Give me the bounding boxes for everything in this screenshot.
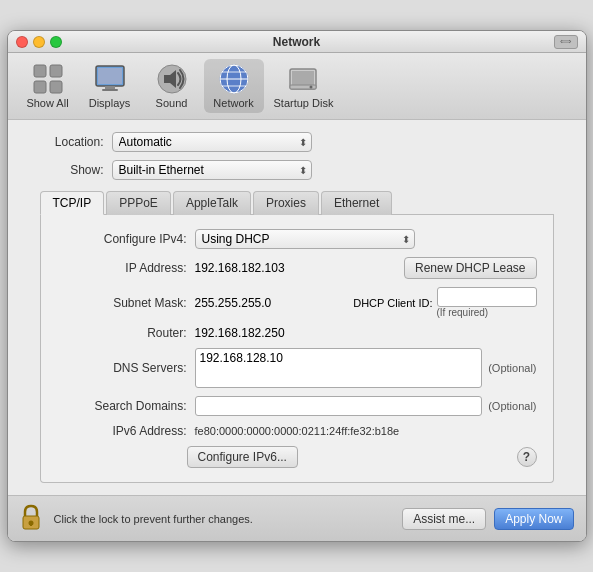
svg-rect-2 xyxy=(34,81,46,93)
dhcp-client-id-group: DHCP Client ID: (If required) xyxy=(353,287,536,318)
displays-label: Displays xyxy=(89,97,131,109)
dns-servers-row: DNS Servers: 192.168.128.10 (Optional) xyxy=(57,348,537,388)
main-window: Network ⟺ Show All xyxy=(7,30,587,542)
bottom-bar: Click the lock to prevent further change… xyxy=(8,495,586,541)
show-row: Show: Built-in Ethernet Airport Bluetoot… xyxy=(24,160,570,180)
window-controls xyxy=(16,36,62,48)
dhcp-client-id-wrapper: (If required) xyxy=(437,287,537,318)
svg-rect-17 xyxy=(292,71,314,85)
displays-icon xyxy=(94,63,126,95)
title-bar: Network ⟺ xyxy=(8,31,586,53)
subnet-mask-label: Subnet Mask: xyxy=(57,296,187,310)
sound-icon xyxy=(156,63,188,95)
router-row: Router: 192.168.182.250 xyxy=(57,326,537,340)
sound-label: Sound xyxy=(156,97,188,109)
scroll-indicator: ⟺ xyxy=(554,35,578,49)
show-select-wrapper: Built-in Ethernet Airport Bluetooth ⬍ xyxy=(112,160,312,180)
lock-text: Click the lock to prevent further change… xyxy=(54,513,395,525)
svg-point-19 xyxy=(310,86,313,89)
assist-me-button[interactable]: Assist me... xyxy=(402,508,486,530)
location-row: Location: Automatic Edit Locations... ⬍ xyxy=(24,132,570,152)
apply-now-button[interactable]: Apply Now xyxy=(494,508,573,530)
bottom-buttons: Assist me... Apply Now xyxy=(402,508,573,530)
tab-appletalk[interactable]: AppleTalk xyxy=(173,191,251,215)
renew-dhcp-button[interactable]: Renew DHCP Lease xyxy=(404,257,537,279)
dhcp-client-id-input[interactable] xyxy=(437,287,537,307)
tab-panel: Configure IPv4: Using DHCP Manually Usin… xyxy=(40,215,554,483)
router-label: Router: xyxy=(57,326,187,340)
dns-servers-label: DNS Servers: xyxy=(57,361,187,375)
search-domains-optional: (Optional) xyxy=(488,400,536,412)
network-icon xyxy=(218,63,250,95)
show-select[interactable]: Built-in Ethernet Airport Bluetooth xyxy=(112,160,312,180)
tab-ethernet[interactable]: Ethernet xyxy=(321,191,392,215)
ip-address-value: 192.168.182.103 xyxy=(195,261,404,275)
toolbar-item-network[interactable]: Network xyxy=(204,59,264,113)
dns-servers-optional: (Optional) xyxy=(488,362,536,374)
network-label: Network xyxy=(213,97,253,109)
search-domains-row: Search Domains: (Optional) xyxy=(57,396,537,416)
content-area: Location: Automatic Edit Locations... ⬍ … xyxy=(8,120,586,495)
svg-rect-5 xyxy=(98,68,122,84)
svg-rect-7 xyxy=(102,89,118,91)
ip-address-row: IP Address: 192.168.182.103 Renew DHCP L… xyxy=(57,257,537,279)
ipv6-actions-row: Configure IPv6... ? xyxy=(57,446,537,468)
toolbar: Show All Displays xyxy=(8,53,586,120)
configure-ipv6-button[interactable]: Configure IPv6... xyxy=(187,446,298,468)
maximize-button[interactable] xyxy=(50,36,62,48)
window-title: Network xyxy=(273,35,320,49)
close-button[interactable] xyxy=(16,36,28,48)
svg-rect-3 xyxy=(50,81,62,93)
toolbar-item-displays[interactable]: Displays xyxy=(80,59,140,113)
dns-servers-input[interactable]: 192.168.128.10 xyxy=(195,348,483,388)
configure-ipv4-row: Configure IPv4: Using DHCP Manually Usin… xyxy=(57,229,537,249)
svg-rect-6 xyxy=(105,86,115,89)
show-label: Show: xyxy=(24,163,104,177)
ipv6-address-value: fe80:0000:0000:0000:0211:24ff:fe32:b18e xyxy=(195,425,400,437)
tab-tcp-ip[interactable]: TCP/IP xyxy=(40,191,105,215)
subnet-mask-value: 255.255.255.0 xyxy=(195,296,354,310)
subnet-mask-row: Subnet Mask: 255.255.255.0 DHCP Client I… xyxy=(57,287,537,318)
toolbar-item-startup-disk[interactable]: Startup Disk xyxy=(266,59,342,113)
ipv6-address-row: IPv6 Address: fe80:0000:0000:0000:0211:2… xyxy=(57,424,537,438)
startup-disk-icon xyxy=(287,63,319,95)
configure-ipv4-select-wrapper: Using DHCP Manually Using DHCP with manu… xyxy=(195,229,415,249)
toolbar-item-show-all[interactable]: Show All xyxy=(18,59,78,113)
location-select[interactable]: Automatic Edit Locations... xyxy=(112,132,312,152)
search-domains-input[interactable] xyxy=(195,396,483,416)
lock-icon[interactable] xyxy=(20,504,42,533)
configure-ipv4-label: Configure IPv4: xyxy=(57,232,187,246)
svg-rect-22 xyxy=(30,523,32,526)
configure-ipv4-select[interactable]: Using DHCP Manually Using DHCP with manu… xyxy=(195,229,415,249)
svg-rect-1 xyxy=(50,65,62,77)
ip-address-label: IP Address: xyxy=(57,261,187,275)
tabs-bar: TCP/IP PPPoE AppleTalk Proxies Ethernet xyxy=(40,190,554,215)
startup-disk-label: Startup Disk xyxy=(274,97,334,109)
tab-proxies[interactable]: Proxies xyxy=(253,191,319,215)
router-value: 192.168.182.250 xyxy=(195,326,285,340)
minimize-button[interactable] xyxy=(33,36,45,48)
location-select-wrapper: Automatic Edit Locations... ⬍ xyxy=(112,132,312,152)
dhcp-client-id-label: DHCP Client ID: xyxy=(353,297,432,309)
search-domains-label: Search Domains: xyxy=(57,399,187,413)
svg-rect-0 xyxy=(34,65,46,77)
show-all-icon xyxy=(32,63,64,95)
tab-pppoe[interactable]: PPPoE xyxy=(106,191,171,215)
dhcp-client-id-note: (If required) xyxy=(437,307,489,318)
help-button[interactable]: ? xyxy=(517,447,537,467)
show-all-label: Show All xyxy=(26,97,68,109)
location-label: Location: xyxy=(24,135,104,149)
toolbar-item-sound[interactable]: Sound xyxy=(142,59,202,113)
ipv6-address-label: IPv6 Address: xyxy=(57,424,187,438)
